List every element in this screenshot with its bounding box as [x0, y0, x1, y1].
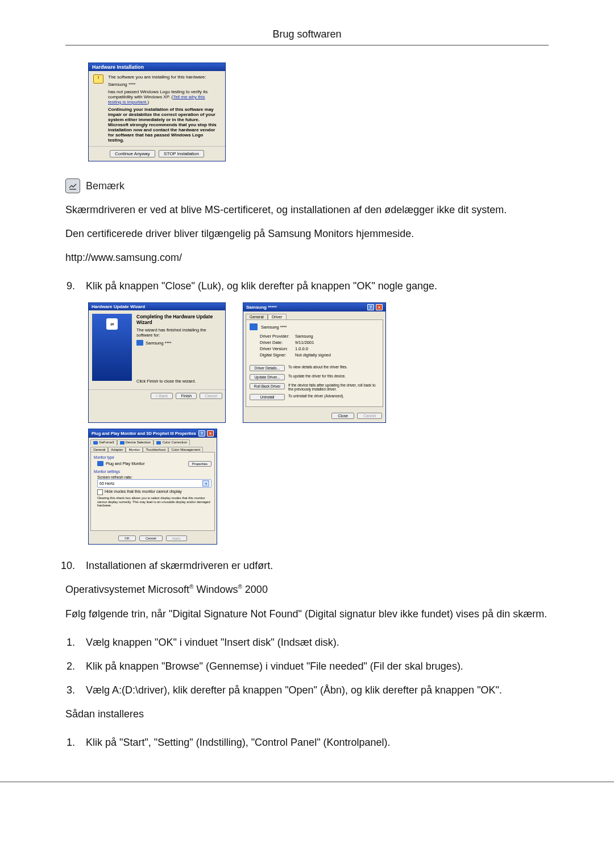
button-desc: To update the driver for this device. — [288, 374, 379, 378]
tab-driver[interactable]: Driver — [268, 314, 287, 319]
refresh-rate-select[interactable]: 60 Hertz ▾ — [97, 479, 211, 488]
step-10: Installationen af skærmdriveren er udfør… — [78, 558, 549, 573]
step-9: Klik på knappen "Close" (Luk), og klik d… — [78, 279, 549, 293]
group-monitor-type: Monitor type — [94, 455, 211, 459]
body-paragraph: Den certificerede driver bliver tilgænge… — [65, 226, 549, 241]
dialog-title: Samsung ***** — [246, 305, 277, 310]
note-label: Bemærk — [86, 180, 125, 192]
properties-button[interactable]: Properties — [188, 461, 211, 467]
button-desc: To uninstall the driver (Advanced). — [288, 394, 379, 398]
color-correction-icon — [156, 441, 161, 445]
continue-anyway-button[interactable]: Continue Anyway — [110, 150, 155, 157]
apply-button[interactable]: Apply — [166, 535, 187, 541]
warning-icon: ! — [93, 74, 103, 84]
tab-general[interactable]: General — [90, 447, 108, 452]
tab-monitor[interactable]: Monitor — [126, 447, 143, 452]
wizard-close-text: Click Finish to close the wizard. — [136, 379, 222, 384]
monitor-icon — [97, 461, 103, 466]
help-icon[interactable]: ? — [367, 304, 374, 310]
tab-troubleshoot[interactable]: Troubleshoot — [143, 447, 168, 452]
hardware-installation-dialog: Hardware Installation ! The software you… — [88, 63, 226, 161]
list3-item-1: Klik på "Start", "Setting" (Indstilling)… — [78, 735, 549, 750]
info-key: Driver Provider: — [260, 334, 292, 339]
group-monitor-settings: Monitor settings — [94, 470, 211, 474]
tab-adapter[interactable]: Adapter — [108, 447, 126, 452]
info-value: Not digitally signed — [295, 352, 331, 358]
body-paragraph: Følg følgende trin, når "Digital Signatu… — [65, 607, 549, 621]
update-driver-button[interactable]: Update Driver... — [250, 374, 285, 380]
dialog-title: Hardware Update Wizard — [89, 303, 225, 310]
monitor-icon — [250, 323, 258, 330]
cancel-button[interactable]: Cancel — [200, 393, 222, 399]
wizard-heading: Completing the Hardware Update Wizard — [136, 314, 222, 325]
dialog-warning-text: Continuing your installation of this sof… — [108, 107, 219, 143]
tab-geforce3[interactable]: GeForce3 — [90, 439, 117, 445]
dialog-device: Samsung **** — [108, 82, 219, 87]
button-desc: If the device fails after updating the d… — [288, 383, 379, 391]
rollback-driver-button[interactable]: Roll Back Driver — [250, 383, 285, 389]
list2-item-1: Vælg knappen "OK" i vinduet "Insert disk… — [78, 635, 549, 650]
info-key: Digital Signer: — [260, 352, 292, 358]
monitor-icon — [136, 340, 143, 346]
close-icon[interactable]: × — [376, 304, 383, 310]
info-value: Samsung — [295, 334, 313, 339]
refresh-rate-label: Screen refresh rate: — [97, 475, 211, 479]
info-key: Driver Date: — [260, 340, 292, 345]
hide-modes-desc: Clearing this check box allows you to se… — [97, 496, 211, 508]
tab-color-management[interactable]: Color Management — [168, 447, 203, 452]
wizard-banner: ⇄ — [92, 314, 132, 381]
back-button[interactable]: < Back — [151, 393, 173, 399]
page-title: Brug softwaren — [65, 28, 549, 40]
close-icon[interactable]: × — [207, 430, 214, 437]
os-heading: Operativsystemet Microsoft® Windows® 200… — [65, 582, 549, 597]
body-paragraph: Skærmdriveren er ved at blive MS-certifi… — [65, 202, 549, 217]
wizard-device: Samsung **** — [146, 340, 171, 346]
rule — [65, 45, 549, 45]
info-key: Driver Version: — [260, 346, 292, 351]
tab-color-correction[interactable]: Color Correction — [154, 439, 190, 445]
hide-modes-checkbox[interactable] — [97, 489, 103, 495]
wizard-icon: ⇄ — [106, 318, 118, 330]
driver-properties-dialog: Samsung ***** ? × General Driver Samsung… — [243, 302, 386, 423]
ok-button[interactable]: OK — [118, 535, 136, 541]
finish-button[interactable]: Finish — [176, 393, 197, 399]
install-heading: Sådan installeres — [65, 707, 549, 721]
dialog-title: Hardware Installation — [89, 63, 225, 71]
tab-general[interactable]: General — [246, 314, 268, 319]
close-button[interactable]: Close — [331, 413, 354, 419]
note-icon — [65, 178, 80, 193]
hardware-update-wizard-dialog: Hardware Update Wizard ⇄ Completing the … — [88, 302, 226, 423]
hide-modes-label: Hide modes that this monitor cannot disp… — [105, 489, 182, 495]
cancel-button[interactable]: Cancel — [139, 535, 163, 541]
monitor-properties-dialog: Plug and Play Monitor and 3D Prophet III… — [88, 429, 217, 545]
chevron-down-icon: ▾ — [202, 480, 209, 487]
list2-item-3: Vælg A:(D:\driver), klik derefter på kna… — [78, 683, 549, 697]
help-icon[interactable]: ? — [198, 430, 205, 437]
button-desc: To view details about the driver files. — [288, 365, 379, 369]
info-value: 1.0.0.0 — [295, 346, 308, 351]
monitor-name: Plug and Play Monitor — [106, 462, 144, 466]
device-selection-icon — [120, 441, 125, 445]
device-name: Samsung **** — [261, 325, 287, 330]
uninstall-driver-button[interactable]: Uninstall — [250, 394, 285, 400]
list2-item-2: Klik på knappen "Browse" (Gennemse) i vi… — [78, 659, 549, 674]
body-url: http://www.samsung.com/ — [65, 250, 549, 265]
dialog-text: The software you are installing for this… — [108, 74, 219, 80]
stop-installation-button[interactable]: STOP Installation — [159, 150, 204, 157]
geforce-icon — [93, 441, 98, 445]
wizard-text: The wizard has finished installing the s… — [136, 327, 222, 338]
dialog-title: Plug and Play Monitor and 3D Prophet III… — [92, 431, 196, 436]
driver-details-button[interactable]: Driver Details... — [250, 365, 285, 371]
info-value: 9/11/2001 — [295, 340, 314, 345]
tab-device-selection[interactable]: Device Selection — [117, 439, 154, 445]
cancel-button[interactable]: Cancel — [357, 413, 382, 419]
dialog-text: has not passed Windows Logo testing to v… — [108, 89, 219, 105]
